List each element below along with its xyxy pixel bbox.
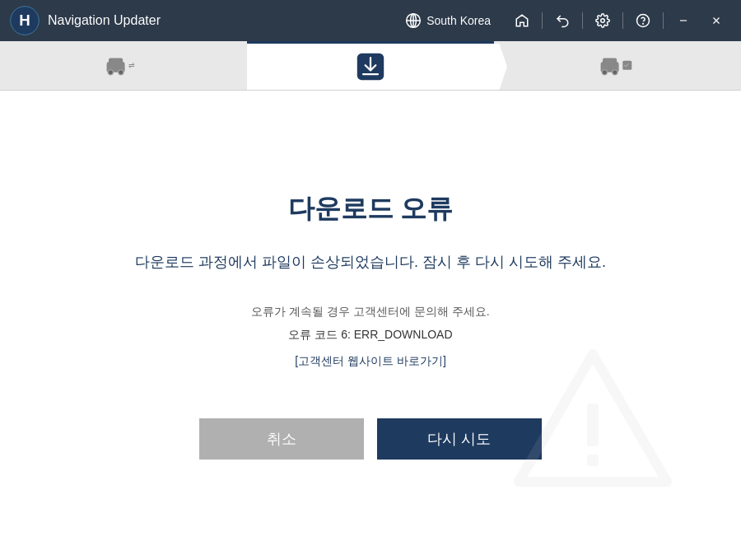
divider2	[582, 12, 583, 29]
gear-icon	[595, 13, 610, 28]
hyundai-logo: H	[10, 6, 40, 35]
install-car-icon	[599, 51, 636, 81]
svg-point-8	[643, 23, 644, 24]
error-title: 다운로드 오류	[288, 191, 454, 227]
connect-car-icon: ⇌	[105, 51, 142, 81]
warning-watermark	[510, 346, 675, 494]
step-tabs: ⇌	[0, 41, 741, 91]
region-label: South Korea	[426, 14, 491, 27]
button-row: 취소 다시 시도	[199, 418, 542, 460]
download-icon	[356, 52, 385, 82]
tab-download[interactable]	[247, 41, 494, 90]
svg-rect-25	[587, 455, 599, 466]
divider1	[542, 12, 543, 29]
tab-install[interactable]	[494, 41, 741, 90]
divider3	[622, 12, 623, 29]
customer-center-link[interactable]: [고객센터 웹사이트 바로가기]	[295, 354, 446, 369]
svg-rect-13	[109, 58, 123, 64]
cancel-button[interactable]: 취소	[199, 418, 364, 460]
help-button[interactable]	[628, 6, 658, 35]
svg-rect-24	[587, 404, 599, 446]
svg-point-21	[602, 69, 607, 74]
home-icon	[515, 13, 529, 28]
svg-point-14	[108, 69, 113, 74]
home-button[interactable]	[507, 6, 537, 35]
svg-text:H: H	[19, 12, 30, 29]
back-button[interactable]	[548, 6, 577, 35]
titlebar: H Navigation Updater South Korea	[0, 0, 741, 41]
minimize-icon	[678, 15, 689, 26]
svg-point-15	[119, 69, 124, 74]
help-icon	[636, 13, 650, 28]
settings-button[interactable]	[588, 6, 618, 35]
error-sub-message: 오류가 계속될 경우 고객센터에 문의해 주세요.	[251, 305, 489, 320]
error-main-message: 다운로드 과정에서 파일이 손상되었습니다. 잠시 후 다시 시도해 주세요.	[135, 252, 606, 272]
svg-text:⇌: ⇌	[128, 59, 135, 68]
main-content: 다운로드 오류 다운로드 과정에서 파일이 손상되었습니다. 잠시 후 다시 시…	[0, 91, 741, 560]
minimize-button[interactable]	[669, 6, 698, 35]
tab-connect[interactable]: ⇌	[0, 41, 247, 90]
svg-point-6	[601, 19, 605, 23]
app-title: Navigation Updater	[48, 13, 405, 28]
close-button[interactable]	[701, 6, 731, 35]
close-icon	[711, 15, 722, 26]
svg-point-22	[613, 69, 618, 74]
svg-rect-20	[603, 58, 617, 64]
titlebar-controls	[507, 6, 731, 35]
globe-icon	[405, 12, 422, 29]
region-selector[interactable]: South Korea	[405, 12, 491, 29]
error-code: 오류 코드 6: ERR_DOWNLOAD	[288, 328, 452, 343]
back-icon	[555, 13, 570, 28]
divider4	[663, 12, 664, 29]
